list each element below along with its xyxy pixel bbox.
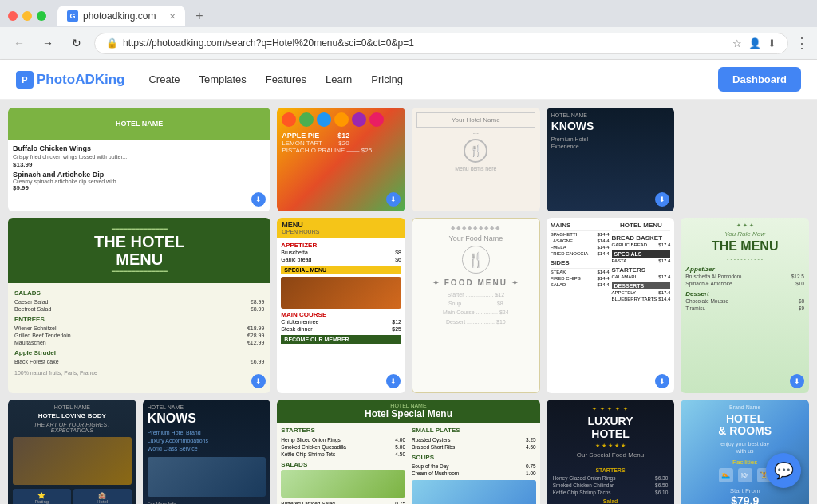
browser-menu-btn[interactable]: ⋮ <box>795 34 809 52</box>
tab-title: photoadking.com <box>83 10 156 22</box>
logo-icon: P <box>16 71 34 89</box>
address-bar[interactable]: 🔒 https://photoadking.com/search?q=Hotel… <box>94 33 788 54</box>
card-download-badge[interactable]: ⬇ <box>251 192 266 207</box>
card-hotel-name-special-menu[interactable]: HOTEL NAME Hotel Special Menu STARTERS H… <box>277 400 539 504</box>
nav-features[interactable]: Features <box>266 73 306 85</box>
card-knows[interactable]: HOTEL NAME KNOWS Premium HotelExperience… <box>547 108 675 211</box>
address-icons: ☆ 👤 ⬇ <box>732 37 776 49</box>
dashboard-button[interactable]: Dashboard <box>718 67 801 92</box>
reload-btn[interactable]: ↻ <box>65 32 88 54</box>
main-content[interactable]: HOTEL NAME Buffalo Chicken Wings Crispy … <box>0 100 817 504</box>
url-text: https://photoadking.com/search?q=Hotel%2… <box>123 37 728 49</box>
nav-create[interactable]: Create <box>148 73 180 85</box>
card-white-hotel-menu[interactable]: MAINS SPAGHETTI$14.4 LASAGNE$14.4 FMELA$… <box>547 218 675 393</box>
card-white-menu-badge[interactable]: ⬇ <box>655 374 669 388</box>
card-download-badge-3[interactable]: ⬇ <box>655 192 669 207</box>
tab-close-btn[interactable]: ✕ <box>169 12 176 21</box>
minimize-window-btn[interactable] <box>22 11 32 21</box>
card-yellow-badge[interactable]: ⬇ <box>386 374 401 388</box>
card-luxury-hotel[interactable]: ✦ ✦ ✦ ✦ ✦ LUXURYHOTEL ★ ★ ★ ★ ★ Our Spec… <box>547 400 675 504</box>
card-hotel-loving[interactable]: HOTEL NAME HOTEL LOVING BODY THE ART OF … <box>8 400 136 504</box>
nav-pricing[interactable]: Pricing <box>371 73 403 85</box>
forward-btn[interactable]: → <box>37 32 59 54</box>
new-tab-btn[interactable]: + <box>188 5 211 27</box>
card-knows-dark[interactable]: HOTEL NAME KNOWS Premium Hotel BrandLuxu… <box>143 400 271 504</box>
logo-text: PhotoADKing <box>37 72 124 88</box>
traffic-lights <box>8 11 46 21</box>
address-bar-row: ← → ↻ 🔒 https://photoadking.com/search?q… <box>0 27 817 59</box>
logo-text-main: PhotoADK <box>37 72 105 87</box>
grid-container: HOTEL NAME Buffalo Chicken Wings Crispy … <box>8 108 809 504</box>
card-elegant-food-menu[interactable]: ◆◆◆◆◆◆◆◆◆ Your Food Name 🍴 ✦ FOOD MENU ✦… <box>412 218 540 393</box>
card-download-badge-2[interactable]: ⬇ <box>386 192 401 207</box>
logo-text-accent: ing <box>105 72 125 87</box>
browser-chrome: G photoadking.com ✕ + ← → ↻ 🔒 https://ph… <box>0 0 817 60</box>
card-buffalo-wings[interactable]: HOTEL NAME Buffalo Chicken Wings Crispy … <box>8 108 270 211</box>
card-sketch[interactable]: Your Hotel Name --- 🍴 Menu items here <box>412 108 540 211</box>
back-btn[interactable]: ← <box>8 32 30 54</box>
card-yellow-special[interactable]: MENU OPEN HOURS APPETIZER Bruschetta$8 G… <box>277 218 405 393</box>
chat-button[interactable]: 💬 <box>766 453 801 488</box>
card-the-menu-badge[interactable]: ⬇ <box>790 374 804 388</box>
card-the-menu-green[interactable]: ✦ ✦ ✦ You Rule Now THE MENU - - - - - - … <box>681 218 809 393</box>
nav-templates[interactable]: Templates <box>199 73 247 85</box>
card-green-hotel-menu[interactable]: ━━━━━━━━━━━━━━ THE HOTELMENU ━━━━━━━━━━━… <box>8 218 270 393</box>
nav-learn[interactable]: Learn <box>326 73 352 85</box>
card-colorful-abstract[interactable]: APPLE PIE —— $12 LEMON TART —— $20 PISTA… <box>277 108 405 211</box>
tab-bar: G photoadking.com ✕ + <box>0 0 817 27</box>
card-hotel-rooms[interactable]: Brand Name HOTEL& ROOMS enjoy your best … <box>681 400 809 504</box>
tab-favicon: G <box>67 10 78 22</box>
nav-links: Create Templates Features Learn Pricing <box>148 73 403 85</box>
card-green-menu-badge[interactable]: ⬇ <box>251 374 266 388</box>
maximize-window-btn[interactable] <box>37 11 46 21</box>
active-tab[interactable]: G photoadking.com ✕ <box>57 6 185 26</box>
navbar: P PhotoADKing Create Templates Features … <box>0 60 817 100</box>
nav-right: Dashboard <box>718 67 801 92</box>
close-window-btn[interactable] <box>8 11 18 21</box>
logo[interactable]: P PhotoADKing <box>16 71 124 89</box>
